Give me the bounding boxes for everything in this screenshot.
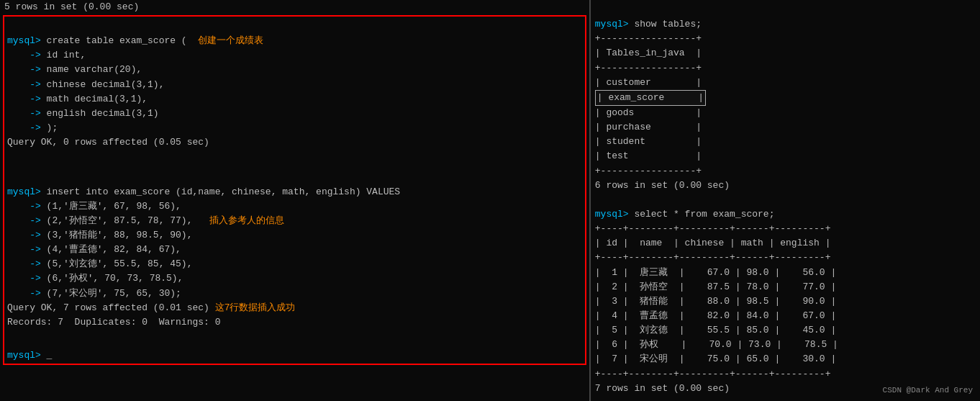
top-rows-text: 5 rows in set (0.00 sec) (4, 1, 139, 12)
show-tables-prompt: mysql> (595, 19, 629, 30)
create-result: Query OK, 0 rows affected (0.05 sec) (7, 137, 209, 148)
mysql-prompt-2: mysql> (7, 186, 41, 197)
insert-cmd: insert into exam_score (id,name, chinese… (41, 186, 400, 197)
show-tables-cmd: show tables; (629, 19, 702, 30)
mysql-prompt-1: mysql> (7, 35, 41, 46)
create-table-block: mysql> create table exam_score ( 创建一个成绩表… (7, 19, 582, 164)
create-cmd: create table exam_score ( (41, 35, 198, 46)
insert-result: Query OK, 7 rows affected (0.01 sec) (7, 302, 215, 313)
show-tables-result: 6 rows in set (0.00 sec) (595, 180, 730, 191)
create-comment: 创建一个成绩表 (198, 35, 263, 46)
select-result: 7 rows in set (0.00 sec) (595, 383, 730, 394)
insert-comment: 插入参考人的信息 (209, 215, 284, 226)
insert-block: mysql> insert into exam_score (id,name, … (7, 170, 582, 344)
exam-score-highlighted: | exam_score | (595, 90, 706, 106)
insert-result-comment: 这7行数据插入成功 (215, 302, 296, 313)
select-cmd: select * from exam_score; (629, 209, 775, 220)
left-terminal: 5 rows in set (0.00 sec) mysql> create t… (0, 0, 589, 401)
records-line: Records: 7 Duplicates: 0 Warnings: 0 (7, 317, 220, 328)
final-prompt: mysql> _ (7, 350, 582, 361)
right-terminal: mysql> show tables; +-----------------+ … (591, 0, 980, 401)
select-prompt: mysql> (595, 209, 629, 220)
right-content: mysql> show tables; +-----------------+ … (591, 0, 980, 401)
watermark: CSDN @Dark And Grey (883, 384, 973, 397)
